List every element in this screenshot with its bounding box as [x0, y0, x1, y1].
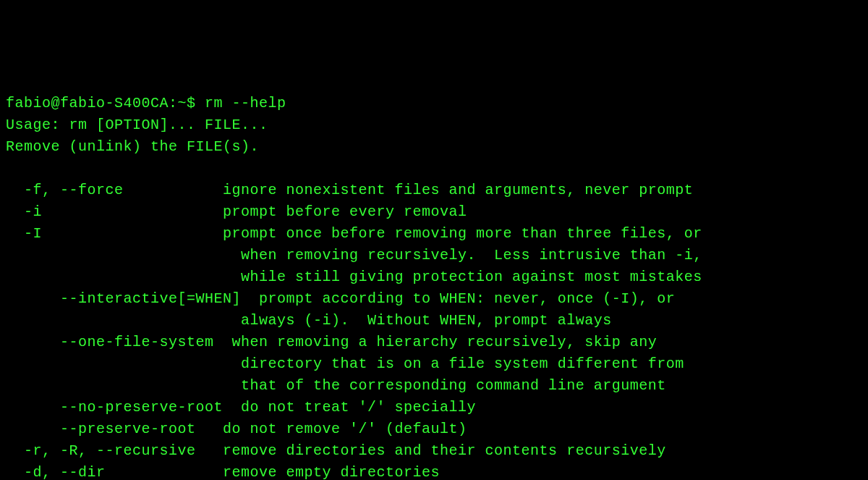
option-desc: ignore nonexistent files and arguments, …: [196, 182, 694, 198]
option-flags: [6, 247, 196, 264]
option-row: --interactive[=WHEN] prompt according to…: [6, 290, 675, 307]
option-desc: when removing a hierarchy recursively, s…: [214, 334, 658, 350]
option-row: -i prompt before every removal: [6, 203, 467, 220]
option-flags: --one-file-system: [6, 334, 214, 350]
option-flags: --preserve-root: [6, 421, 205, 437]
option-row: -f, --force ignore nonexistent files and…: [6, 182, 693, 198]
option-flags: -d, --dir: [6, 464, 196, 480]
option-desc: prompt once before removing more than th…: [196, 225, 702, 242]
option-desc: when removing recursively. Less intrusiv…: [196, 247, 702, 264]
option-row: directory that is on a file system diffe…: [6, 355, 684, 372]
option-row: --preserve-root do not remove '/' (defau…: [6, 421, 467, 437]
option-row: when removing recursively. Less intrusiv…: [6, 247, 702, 264]
option-desc: remove directories and their contents re…: [196, 442, 666, 459]
description-line: Remove (unlink) the FILE(s).: [6, 138, 259, 155]
option-flags: -r, -R, --recursive: [6, 442, 196, 459]
option-flags: [6, 355, 196, 372]
option-row: --no-preserve-root do not treat '/' spec…: [6, 399, 476, 416]
usage-line: Usage: rm [OPTION]... FILE...: [6, 117, 268, 133]
option-desc: that of the corresponding command line a…: [196, 377, 666, 394]
option-row: -d, --dir remove empty directories: [6, 464, 440, 480]
option-row: while still giving protection against mo…: [6, 269, 702, 285]
option-row: always (-i). Without WHEN, prompt always: [6, 312, 612, 329]
option-row: -I prompt once before removing more than…: [6, 225, 702, 242]
option-row: -r, -R, --recursive remove directories a…: [6, 442, 666, 459]
option-row: --one-file-system when removing a hierar…: [6, 334, 657, 350]
option-desc: directory that is on a file system diffe…: [196, 355, 684, 372]
option-desc: while still giving protection against mo…: [196, 269, 702, 285]
option-flags: -I: [6, 225, 196, 242]
option-desc: remove empty directories: [196, 464, 441, 480]
option-flags: -f, --force: [6, 182, 196, 198]
option-desc: prompt before every removal: [196, 203, 467, 220]
option-flags: -i: [6, 203, 196, 220]
option-flags: --no-preserve-root: [6, 399, 223, 416]
option-row: that of the corresponding command line a…: [6, 377, 666, 394]
option-flags: --interactive[=WHEN]: [6, 290, 241, 307]
option-flags: [6, 269, 196, 285]
terminal-output: fabio@fabio-S400CA:~$ rm --help Usage: r…: [6, 93, 862, 480]
option-flags: [6, 377, 196, 394]
option-flags: [6, 312, 196, 329]
command-input[interactable]: rm --help: [205, 95, 286, 111]
option-desc: always (-i). Without WHEN, prompt always: [196, 312, 612, 329]
option-desc: prompt according to WHEN: never, once (-…: [241, 290, 675, 307]
option-desc: do not remove '/' (default): [205, 421, 467, 437]
option-desc: do not treat '/' specially: [223, 399, 476, 416]
shell-prompt: fabio@fabio-S400CA:~$: [6, 95, 205, 111]
